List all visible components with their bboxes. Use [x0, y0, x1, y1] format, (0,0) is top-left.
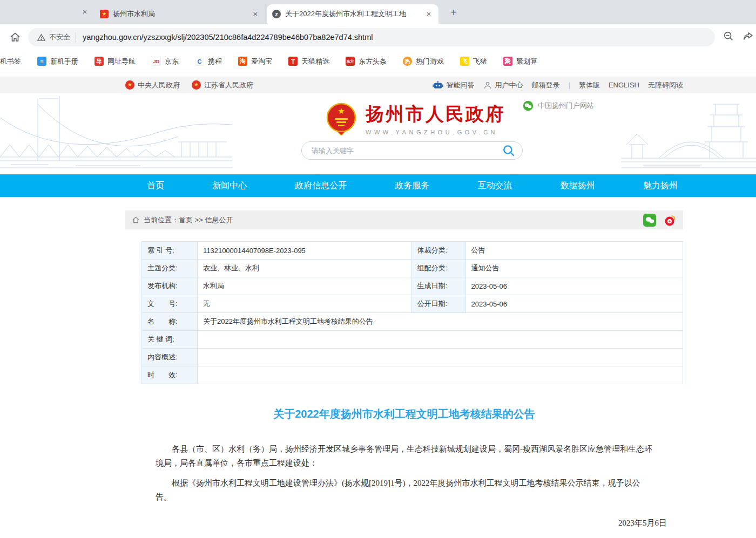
svg-text:★: ★	[338, 106, 345, 115]
main-nav: 首页 新闻中心 政府信息公开 政务服务 互动交流 数据扬州 魅力扬州	[0, 174, 756, 197]
bookmark-label: 网址导航	[107, 57, 136, 66]
browser-toolbar: 不安全 yangzhou.gov.cn/yzszxxgk/slj/202305/…	[0, 24, 756, 51]
link-label: 智能问答	[447, 80, 475, 90]
bookmark-label: 东方头条	[359, 57, 387, 66]
nav-item-data-yangzhou[interactable]: 数据扬州	[561, 180, 595, 192]
taobao-icon: 淘	[238, 57, 247, 66]
table-row: 内容概述:	[142, 349, 683, 366]
link-jiangsu-government[interactable]: ★ 江苏省人民政府	[192, 80, 253, 90]
wechat-icon	[523, 100, 534, 111]
breadcrumb-link-home[interactable]: 首页	[179, 215, 193, 225]
meta-value-created-date: 2023-05-06	[465, 277, 683, 295]
divider: |	[569, 81, 570, 89]
manual-icon: ≡	[37, 57, 46, 66]
meta-label: 主题分类:	[142, 260, 198, 277]
new-tab-button[interactable]: +	[446, 5, 461, 21]
bookmark-site-navigation[interactable]: 导网址导航	[94, 57, 136, 66]
table-row: 名 称: 关于2022年度扬州市水利工程文明工地考核结果的公告	[142, 313, 683, 331]
portal-label[interactable]: 中国扬州门户网站	[523, 100, 594, 111]
bookmark-phone-bookmarks[interactable]: 机书签	[0, 57, 21, 66]
bookmark-jd[interactable]: JD京东	[152, 57, 179, 66]
search-box	[301, 141, 523, 160]
bookmark-label: 天猫精选	[301, 57, 329, 66]
nav-item-news[interactable]: 新闻中心	[212, 180, 247, 192]
tab3-close-icon[interactable]: ×	[423, 9, 434, 19]
smart-qa-link[interactable]: 智能问答	[433, 80, 475, 90]
gov-emblem-icon: ★	[192, 80, 201, 90]
article-date: 2023年5月6日	[125, 518, 683, 528]
url-bar[interactable]: 不安全 yangzhou.gov.cn/yzszxxgk/slj/202305/…	[28, 28, 715, 46]
dongfang-icon: 东方	[346, 57, 355, 66]
site-favicon: z	[272, 10, 281, 18]
meta-label: 内容概述:	[142, 349, 198, 366]
article-paragraph: 根据《扬州市水利工程文明工地建设管理办法》(扬水规[2019]1号)，2022年…	[156, 476, 653, 505]
bookmark-label: 机书签	[0, 57, 21, 66]
gov-emblem-favicon: ★	[100, 10, 109, 18]
wechat-share-icon[interactable]	[643, 214, 656, 227]
bookmark-label: 携程	[208, 57, 222, 66]
bridge-art-right	[578, 93, 756, 174]
warning-icon	[37, 33, 46, 42]
zoom-out-icon[interactable]	[723, 30, 734, 44]
share-icon[interactable]	[742, 30, 754, 44]
url-text[interactable]: yangzhou.gov.cn/yzszxxgk/slj/202305/210c…	[83, 33, 373, 42]
gov-top-bar: ★ 中央人民政府 ★ 江苏省人民政府 智能问答	[0, 77, 756, 93]
tab1-close-icon[interactable]: ×	[79, 6, 90, 17]
search-input[interactable]	[312, 147, 502, 155]
article-paragraph: 各县（市、区）水利（务）局，扬州经济开发区城乡事务管理局，生态科技新城规划建设局…	[156, 442, 653, 471]
bookmark-tmall[interactable]: T天猫精选	[288, 57, 329, 66]
site-domain: WWW.YANGZHOU.GOV.CN	[366, 129, 505, 135]
meta-label: 关 键 词:	[142, 331, 198, 349]
nav-item-info-disclosure[interactable]: 政府信息公开	[295, 180, 347, 192]
bookmark-dongfang-toutiao[interactable]: 东方东方头条	[346, 57, 387, 66]
meta-value-publisher: 水利局	[197, 277, 411, 295]
tab-yangzhou-water-bureau[interactable]: ★ 扬州市水利局 ×	[94, 4, 266, 24]
meta-label: 名 称:	[142, 313, 198, 331]
user-icon	[483, 81, 492, 90]
home-icon[interactable]	[6, 29, 24, 46]
traditional-version-link[interactable]: 繁体版	[579, 80, 600, 90]
document-meta-table: 索 引 号: 11321000014407098E-2023-095 体裁分类:…	[141, 241, 683, 384]
weibo-share-icon[interactable]	[664, 214, 677, 227]
meta-label: 发布机构:	[142, 277, 198, 295]
site-logo[interactable]: ★ 扬州市人民政府 WWW.YANGZHOU.GOV.CN	[326, 102, 505, 135]
meta-value-genre: 公告	[465, 242, 683, 260]
breadcrumb-separator: >>	[193, 216, 205, 224]
meta-value-summary	[197, 349, 683, 366]
meta-value-index-number: 11321000014407098E-2023-095	[197, 242, 411, 260]
nav-item-home[interactable]: 首页	[147, 180, 164, 192]
bookmark-hot-games[interactable]: 热热门游戏	[403, 57, 444, 66]
table-row: 主题分类: 农业、林业、水利 组配分类: 通知公告	[142, 260, 683, 277]
link-central-government[interactable]: ★ 中央人民政府	[125, 80, 180, 90]
english-version-link[interactable]: ENGLISH	[609, 81, 639, 89]
webpage: ★ 中央人民政府 ★ 江苏省人民政府 智能问答	[0, 77, 756, 538]
table-row: 时 效:	[142, 366, 683, 384]
nav-item-charm-yangzhou[interactable]: 魅力扬州	[643, 180, 678, 192]
accessibility-link[interactable]: 无障碍阅读	[648, 80, 683, 90]
bookmark-aitaobao[interactable]: 淘爱淘宝	[238, 57, 272, 66]
bookmark-ctrip[interactable]: C携程	[195, 57, 222, 66]
meta-value-topic: 农业、林业、水利	[197, 260, 411, 277]
search-icon[interactable]	[502, 144, 516, 158]
bookmarks-bar: 机书签 ≡新机手册 导网址导航 JD京东 C携程 淘爱淘宝 T天猫精选 东方东方…	[0, 51, 756, 72]
table-row: 关 键 词:	[142, 331, 683, 349]
security-label[interactable]: 不安全	[49, 32, 70, 42]
bookmark-label: 爱淘宝	[251, 57, 272, 66]
breadcrumb-current[interactable]: 信息公开	[205, 215, 233, 225]
tab2-close-icon[interactable]: ×	[250, 9, 261, 19]
bookmark-juhuasuan[interactable]: 聚聚划算	[503, 57, 537, 66]
nav-item-gov-services[interactable]: 政务服务	[395, 180, 429, 192]
meta-value-publish-date: 2023-05-06	[465, 295, 683, 313]
bookmark-fliggy[interactable]: 飞飞猪	[460, 57, 487, 66]
nav-item-interaction[interactable]: 互动交流	[478, 180, 512, 192]
mail-login-link[interactable]: 邮箱登录	[532, 80, 560, 90]
meta-label: 体裁分类:	[411, 242, 465, 260]
link-label: 江苏省人民政府	[204, 80, 253, 90]
site-banner: ★ 扬州市人民政府 WWW.YANGZHOU.GOV.CN 中国扬州门户网站	[0, 93, 756, 174]
bookmark-label: 京东	[165, 57, 179, 66]
games-icon: 热	[403, 57, 412, 66]
user-center-link[interactable]: 用户中心	[483, 80, 523, 90]
tab-article-active[interactable]: z 关于2022年度扬州市水利工程文明工地 ×	[267, 4, 438, 24]
bookmark-new-device-manual[interactable]: ≡新机手册	[37, 57, 78, 66]
breadcrumb: 当前位置： 首页 >> 信息公开	[125, 210, 683, 229]
